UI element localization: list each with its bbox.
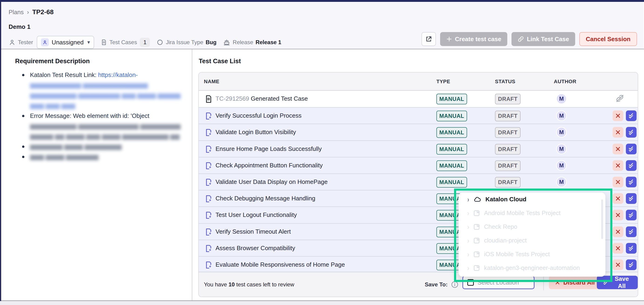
cancel-session-button[interactable]: Cancel Session (579, 32, 637, 46)
location-option-katalon-cloud[interactable]: ›Katalon Cloud (458, 192, 606, 206)
project-icon (473, 223, 480, 230)
status-badge: DRAFT (495, 111, 520, 121)
discard-test-case-button[interactable] (612, 127, 623, 138)
unlink-button[interactable] (615, 94, 625, 103)
test-case-panel-title: Test Case List (199, 58, 241, 65)
project-icon (473, 210, 480, 217)
discard-test-case-button[interactable] (612, 260, 623, 270)
requirement-panel: Requirement Description Katalon Test Res… (1, 49, 192, 300)
type-badge: MANUAL (436, 160, 467, 171)
location-option-label: katalon-gen3-qengineer-automation (484, 264, 580, 272)
discard-test-case-button[interactable] (612, 110, 623, 121)
location-option-check-repo: ›Check Repo (458, 220, 606, 234)
discard-test-case-button[interactable] (612, 160, 623, 171)
discard-test-case-button[interactable] (612, 144, 623, 154)
test-case-row: Validate User Data Display on HomePageMA… (199, 174, 638, 190)
approve-test-case-button[interactable] (626, 243, 636, 254)
page-header: Plans › TP2-68 Demo 1 Tester Unassigned … (1, 2, 644, 49)
document-icon (101, 39, 107, 46)
reject-x-icon (615, 229, 621, 235)
reject-x-icon (615, 179, 621, 185)
discard-test-case-button[interactable] (612, 243, 623, 254)
generated-test-case-icon (204, 178, 213, 187)
chevron-right-icon: › (467, 264, 469, 272)
save-to-label-group: Save To: (425, 280, 459, 288)
redacted-text-line: ▆▆▆▆▆▆▆▆▆▆ ▆▆▆▆▆▆▆▆▆▆▆▆▆ ▆▆▆▆▆▆▆▆▆▆▆▆ (30, 121, 181, 131)
create-test-case-button[interactable]: Create test case (440, 32, 507, 46)
test-case-name-link[interactable]: Check Debugging Message Handling (216, 195, 315, 202)
author-avatar: M (556, 110, 567, 121)
approve-test-case-button[interactable] (626, 110, 636, 121)
redacted-text-line: ▆▆▆▆▆▆▆ ▆▆▆▆ ▆▆▆▆▆▆▆▆ (30, 141, 181, 152)
approve-test-case-button[interactable] (626, 177, 636, 187)
plan-subtitle: Demo 1 (8, 23, 30, 30)
test-case-row: Verify Successful Login ProcessMANUALDRA… (199, 107, 638, 124)
approve-double-check-icon (628, 162, 635, 169)
test-case-name-link[interactable]: Verify Session Timeout Alert (216, 228, 291, 235)
approve-test-case-button[interactable] (626, 226, 636, 237)
approve-double-check-icon (628, 245, 635, 252)
header-actions: Create test case Link Test Case Cancel S… (422, 32, 637, 46)
test-case-name-link[interactable]: Evaluate Mobile Responsiveness of Home P… (216, 261, 345, 268)
reject-x-icon (615, 262, 621, 268)
project-icon (473, 250, 480, 258)
approve-test-case-button[interactable] (626, 260, 636, 270)
reject-x-icon (615, 212, 621, 218)
status-badge: DRAFT (495, 177, 520, 188)
generated-test-case-icon (204, 244, 213, 253)
requirement-link[interactable]: https://katalon- (98, 71, 138, 78)
test-case-name-link[interactable]: Assess Browser Compatibility (216, 244, 295, 252)
requirement-text: Error Message: Web element with id: 'Obj… (30, 112, 149, 119)
plus-icon (446, 36, 452, 42)
save-all-button[interactable]: Save All (597, 276, 638, 289)
reject-x-icon (615, 196, 621, 202)
test-case-name-link[interactable]: Check Appointment Button Functionality (216, 162, 323, 169)
test-case-id: TC-2912569 (216, 95, 251, 102)
chevron-right-icon: › (467, 250, 469, 258)
approve-test-case-button[interactable] (626, 160, 636, 171)
approve-test-case-button[interactable] (626, 144, 636, 154)
test-case-name-link[interactable]: Test User Logout Functionality (216, 211, 297, 218)
test-case-name-link[interactable]: Ensure Home Page Loads Successfully (216, 145, 322, 152)
test-case-name-link[interactable]: TC-2912569 Generated Test Case (216, 95, 308, 102)
discard-test-case-button[interactable] (612, 193, 623, 204)
location-option-label: Check Repo (484, 223, 517, 230)
approve-test-case-button[interactable] (626, 193, 636, 204)
select-location-dropdown[interactable]: Select Location ⌃ (462, 276, 534, 289)
approve-test-case-button[interactable] (626, 127, 636, 138)
generated-test-case-icon (204, 260, 213, 270)
test-case-name-link[interactable]: Validate User Data Display on HomePage (216, 178, 328, 186)
test-case-name-link[interactable]: Validate Login Button Visibility (216, 128, 296, 136)
table-header-row: NAME TYPE STATUS AUTHOR (199, 72, 638, 91)
breadcrumb-plans-link[interactable]: Plans (8, 8, 24, 16)
location-option-cloudian-project: ›cloudian-project (458, 234, 606, 247)
requirement-panel-title: Requirement Description (15, 58, 90, 65)
generated-test-case-icon (204, 128, 213, 137)
breadcrumb-separator: › (27, 8, 29, 16)
location-option-label: Android Mobile Tests Project (484, 210, 560, 217)
approve-double-check-icon (628, 178, 635, 186)
chevron-up-icon: ⌃ (525, 279, 530, 286)
link-test-case-button[interactable]: Link Test Case (512, 32, 575, 46)
breadcrumb-current: TP2-68 (32, 8, 54, 16)
discard-all-button[interactable]: Discard All (549, 276, 600, 289)
approve-test-case-button[interactable] (626, 210, 636, 220)
discard-test-case-button[interactable] (612, 210, 623, 220)
discard-test-case-button[interactable] (612, 177, 623, 187)
requirement-bullet: ▆▆▆ ▆▆▆▆ ▆▆▆▆▆▆▆ (18, 152, 181, 162)
info-icon (451, 280, 459, 288)
project-icon (473, 264, 480, 272)
open-external-button[interactable] (422, 32, 436, 46)
desktop-background (0, 301, 644, 305)
generated-test-case-icon (204, 161, 213, 170)
test-case-name-link[interactable]: Verify Successful Login Process (216, 112, 302, 119)
generated-test-case-icon (204, 244, 213, 253)
tester-select[interactable]: Unassigned ▾ (37, 36, 94, 49)
author-avatar: M (556, 177, 567, 187)
discard-test-case-button[interactable] (612, 226, 623, 237)
reject-x-icon (615, 146, 621, 152)
chevron-right-icon: › (467, 223, 469, 231)
status-badge: DRAFT (495, 94, 520, 104)
external-link-icon (425, 36, 432, 42)
author-avatar: M (556, 127, 567, 138)
